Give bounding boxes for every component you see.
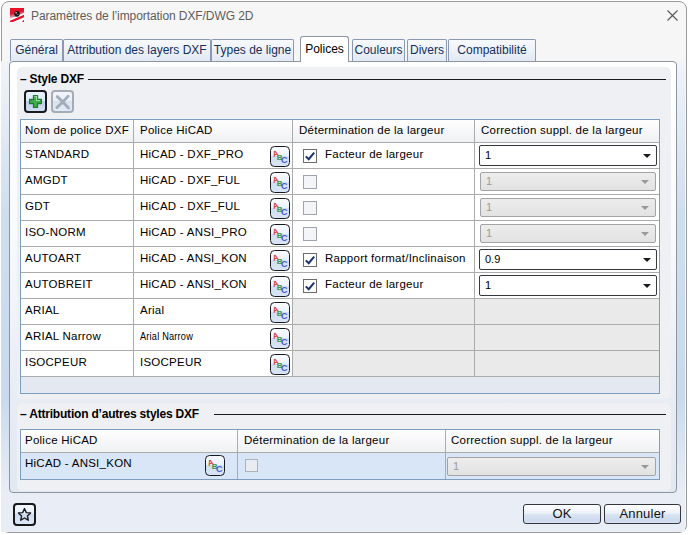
svg-text:C: C	[281, 259, 288, 269]
svg-text:C: C	[281, 181, 288, 191]
svg-text:C: C	[281, 337, 288, 347]
svg-text:C: C	[281, 155, 288, 165]
svg-text:C: C	[216, 464, 223, 474]
svg-text:C: C	[281, 311, 288, 321]
svg-text:C: C	[281, 363, 288, 373]
svg-text:C: C	[281, 207, 288, 217]
svg-text:C: C	[281, 285, 288, 295]
svg-text:C: C	[281, 233, 288, 243]
